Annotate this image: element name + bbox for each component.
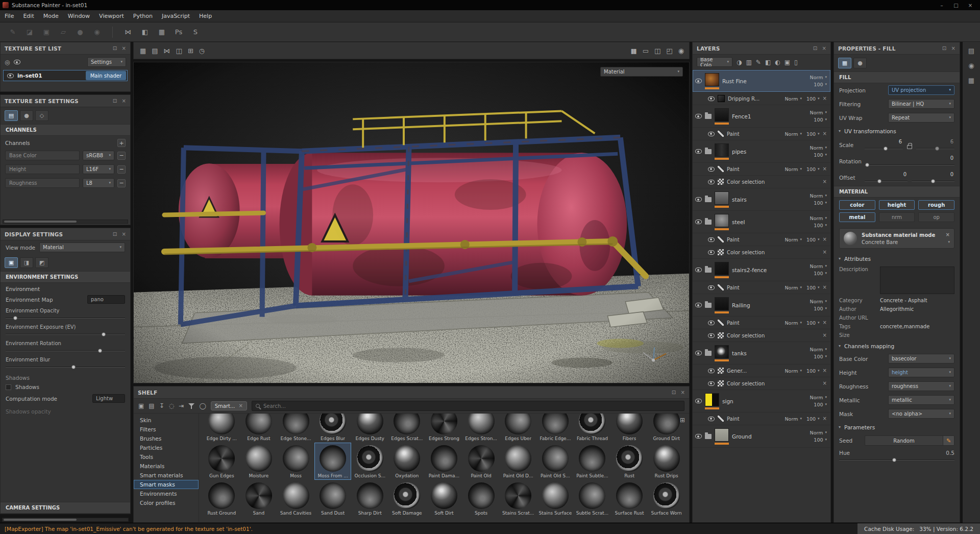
shelf-item[interactable]: Paint Old S...	[537, 443, 574, 480]
computation-mode-field[interactable]: Lightw	[92, 394, 125, 403]
blend-mode-dropdown[interactable]: Norm ▾	[785, 166, 802, 172]
opacity-dropdown[interactable]: 100 ▾	[814, 200, 827, 206]
layer-row[interactable]: tanks Norm ▾ 100 ▾	[693, 342, 830, 365]
shelf-item[interactable]: Rust Drips	[648, 443, 685, 480]
rotation-value[interactable]: 0	[865, 155, 954, 161]
hue-value[interactable]: 0.5	[946, 450, 954, 456]
shelf-category[interactable]: Environments	[134, 489, 199, 498]
smart-view-icon[interactable]: ◯	[199, 402, 206, 409]
shelf-item[interactable]: Edges Uber	[500, 414, 537, 443]
remove-effect-icon[interactable]: ×	[823, 131, 827, 136]
slider-knob[interactable]	[98, 349, 102, 353]
layer-visibility-icon[interactable]	[708, 333, 715, 338]
layer-visibility-icon[interactable]	[708, 321, 715, 325]
layer-visibility-icon[interactable]	[708, 369, 715, 373]
layer-visibility-icon[interactable]	[695, 114, 702, 118]
attributes-header[interactable]: ▾ Attributes	[834, 252, 960, 264]
environment-slider[interactable]	[6, 332, 125, 337]
shelf-item[interactable]: Moisture	[240, 443, 278, 480]
opacity-dropdown[interactable]: 100 ▾	[806, 96, 820, 102]
opacity-dropdown[interactable]: 100 ▾	[806, 368, 820, 374]
shelf-category[interactable]: Smart materials	[134, 471, 199, 480]
opacity-dropdown[interactable]: 100 ▾	[814, 271, 827, 276]
settings-dropdown[interactable]: Settings ▾	[87, 57, 126, 67]
close-panel-icon[interactable]: ×	[121, 45, 126, 51]
remove-effect-icon[interactable]: ×	[823, 250, 827, 255]
menu-item[interactable]: Edit	[18, 10, 38, 22]
opacity-dropdown[interactable]: 100 ▾	[814, 437, 827, 443]
focus-frame-icon[interactable]: ⊞	[188, 47, 192, 55]
shelf-item[interactable]: Sand	[240, 480, 278, 517]
opacity-dropdown[interactable]: 100 ▾	[814, 306, 827, 311]
blend-mode-dropdown[interactable]: Norm ▾	[785, 96, 802, 102]
close-panel-icon[interactable]: ×	[121, 98, 126, 104]
layer-visibility-icon[interactable]	[695, 149, 702, 154]
layer-visibility-icon[interactable]	[708, 285, 715, 290]
blend-mode-dropdown[interactable]: Norm ▾	[810, 430, 827, 435]
screenshot-camera-icon[interactable]: ◉	[678, 47, 683, 55]
layer-visibility-icon[interactable]	[695, 399, 702, 403]
channel-mapping-dropdown[interactable]: basecolor ▾	[888, 354, 954, 363]
scale-link-lock-icon[interactable]	[907, 145, 912, 149]
shelf-category[interactable]: Materials	[134, 462, 199, 471]
channel-format-dropdown[interactable]: sRGB8 ▾	[83, 151, 114, 160]
shelf-item[interactable]: Spots	[462, 480, 500, 517]
shelf-category[interactable]: Brushes	[134, 434, 199, 443]
shelf-item[interactable]: Stains Surface	[537, 480, 574, 517]
blend-mode-dropdown[interactable]: Norm ▾	[785, 416, 802, 422]
rotation-slider[interactable]	[865, 162, 954, 167]
slider-knob[interactable]	[13, 316, 17, 320]
opacity-dropdown[interactable]: 100 ▾	[814, 117, 827, 123]
layer-row[interactable]: Rust Fine Norm ▾ 100 ▾	[693, 70, 830, 92]
mesh-maps-tab-icon[interactable]: ◇	[35, 110, 48, 121]
shadows-checkbox[interactable]	[6, 384, 11, 390]
layer-row[interactable]: Fence1 Norm ▾ 100 ▾	[693, 105, 830, 128]
filter-chip[interactable]: Smart... ×	[211, 401, 247, 410]
slider-knob[interactable]	[102, 332, 106, 336]
layer-row[interactable]: Paint Norm ▾ 100 ▾ ×	[693, 281, 830, 294]
uv-view-icon[interactable]: ◰	[666, 47, 671, 55]
projection-dropdown[interactable]: UV projection ▾	[888, 85, 954, 95]
shelf-item[interactable]: Edges Strong	[426, 414, 463, 443]
opacity-dropdown[interactable]: 100 ▾	[806, 237, 820, 242]
scale-y-slider[interactable]	[916, 146, 954, 151]
layer-visibility-icon[interactable]	[708, 417, 715, 421]
opacity-dropdown[interactable]: 100 ▾	[806, 416, 820, 422]
layer-row[interactable]: sign Norm ▾ 100 ▾	[693, 390, 830, 412]
blend-mode-dropdown[interactable]: Norm ▾	[810, 299, 827, 304]
blend-mode-dropdown[interactable]: Norm ▾	[810, 263, 827, 269]
shelf-folder-icon[interactable]: ▣	[138, 402, 144, 409]
material-mode-box[interactable]: Substance material mode × Concrete Bare …	[839, 228, 954, 249]
layer-row[interactable]: Paint Norm ▾ 100 ▾ ×	[693, 317, 830, 329]
slider-knob[interactable]	[892, 458, 896, 462]
blend-mode-dropdown[interactable]: Norm ▾	[785, 237, 802, 242]
environment-slider[interactable]	[6, 365, 125, 370]
remove-effect-icon[interactable]: ×	[823, 179, 827, 184]
menu-item[interactable]: JavaScript	[157, 10, 194, 22]
shelf-item[interactable]: Paint Dama...	[426, 443, 463, 480]
layer-visibility-icon[interactable]	[695, 220, 702, 224]
shelf-item[interactable]: Edges Stron...	[462, 414, 500, 443]
remove-effect-icon[interactable]: ×	[823, 320, 827, 325]
shelf-item[interactable]: Edge Rust	[240, 414, 278, 443]
shelf-item[interactable]: Fabric Edge...	[537, 414, 574, 443]
search-field[interactable]	[252, 401, 684, 411]
layer-row[interactable]: Paint Norm ▾ 100 ▾ ×	[693, 128, 830, 140]
layer-row[interactable]: Paint Norm ▾ 100 ▾ ×	[693, 412, 830, 425]
close-panel-icon[interactable]: ×	[951, 45, 955, 51]
opacity-dropdown[interactable]: 100 ▾	[806, 166, 820, 172]
layer-visibility-icon[interactable]	[695, 434, 702, 439]
layer-visibility-icon[interactable]	[708, 250, 715, 255]
shelf-item[interactable]: Occlusion S...	[351, 443, 388, 480]
opacity-dropdown[interactable]: 100 ▾	[814, 82, 827, 87]
horizontal-scrollbar[interactable]	[3, 220, 128, 224]
shelf-item[interactable]: Rust Ground	[203, 480, 240, 517]
solo-view-icon[interactable]: ▭	[643, 47, 648, 55]
opacity-dropdown[interactable]: 100 ▾	[814, 152, 827, 158]
menu-item[interactable]: Python	[129, 10, 157, 22]
blend-mode-dropdown[interactable]: Norm ▾	[810, 75, 827, 80]
smudge-tool-icon[interactable]: ●	[74, 26, 87, 39]
split-view-icon[interactable]: ◫	[654, 47, 659, 55]
shelf-category[interactable]: Skin	[134, 416, 199, 425]
layer-row[interactable]: steel Norm ▾ 100 ▾	[693, 211, 830, 233]
